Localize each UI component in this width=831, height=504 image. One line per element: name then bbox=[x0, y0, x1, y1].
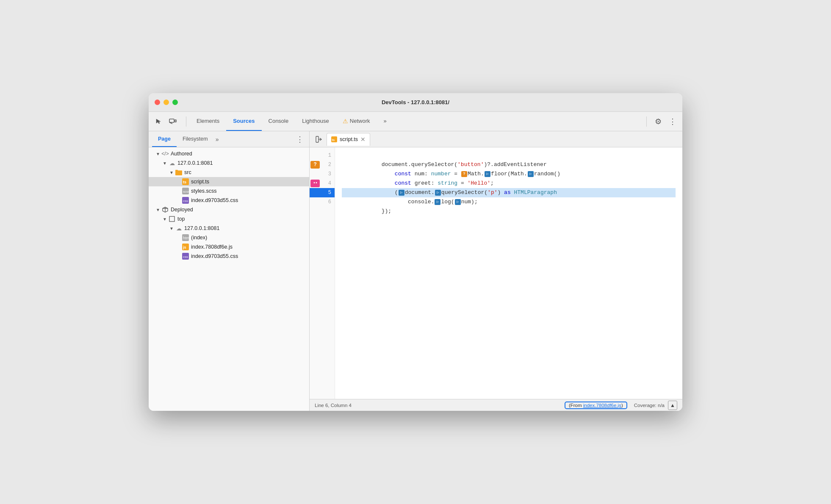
svg-rect-16 bbox=[316, 136, 319, 142]
svg-rect-9 bbox=[169, 216, 175, 222]
network-warning-icon: ⚠ bbox=[343, 118, 348, 125]
cloud-icon: ☁ bbox=[175, 225, 182, 232]
chevron-down-icon: ▼ bbox=[169, 226, 174, 231]
coverage-label: Coverage: n/a bbox=[634, 403, 665, 408]
close-button[interactable] bbox=[155, 100, 160, 105]
inspect-icon[interactable] bbox=[152, 115, 165, 128]
editor-tab-bar: ts script.ts ✕ bbox=[310, 131, 682, 147]
line-numbers: 1 ? 2 3 •• 4 5 bbox=[310, 147, 335, 399]
breakpoint-badge-2: ? bbox=[310, 161, 320, 169]
status-bar: Line 6, Column 4 (From index.7808df6e.js… bbox=[310, 399, 682, 411]
chevron-down-icon: ▼ bbox=[155, 207, 161, 212]
line-1: 1 bbox=[310, 151, 335, 160]
line-6: 6 bbox=[310, 197, 335, 207]
source-map-label: (From index.7808df6e.js) bbox=[565, 402, 627, 409]
editor-file-tab[interactable]: ts script.ts ✕ bbox=[327, 133, 370, 146]
editor-back-button[interactable] bbox=[313, 133, 325, 145]
tree-script-ts[interactable]: ▶ ts script.ts bbox=[149, 177, 309, 186]
coverage-button[interactable]: ▲ bbox=[668, 401, 677, 410]
toolbar-divider-right bbox=[646, 116, 647, 127]
svg-text:js: js bbox=[183, 245, 186, 249]
minimize-button[interactable] bbox=[163, 100, 169, 105]
tree-index-html[interactable]: ▶ htm (index) bbox=[149, 233, 309, 242]
svg-rect-0 bbox=[169, 119, 174, 122]
sidebar-menu-button[interactable]: ⋮ bbox=[294, 133, 306, 145]
html-file-icon: htm bbox=[182, 234, 189, 241]
svg-rect-1 bbox=[175, 120, 176, 122]
box-outline-icon bbox=[169, 216, 175, 222]
main-tab-list: Elements Sources Console Lighthouse ⚠ Ne… bbox=[190, 112, 643, 131]
tree-authored-css[interactable]: ▶ css index.d9703d55.css bbox=[149, 196, 309, 205]
svg-text:scss: scss bbox=[183, 190, 189, 194]
main-content: Page Filesystem » ⋮ ▼ </> Authored bbox=[149, 131, 682, 411]
line-2: ? 2 bbox=[310, 160, 335, 169]
editor-tab-close[interactable]: ✕ bbox=[360, 136, 366, 143]
sidebar-tab-list: Page Filesystem » ⋮ bbox=[149, 131, 309, 147]
code-line-1: document.querySelector('button')?.addEve… bbox=[342, 151, 676, 160]
chevron-down-icon: ▼ bbox=[155, 151, 161, 156]
sidebar-tab-page[interactable]: Page bbox=[152, 131, 177, 147]
window-title: DevTools - 127.0.0.1:8081/ bbox=[382, 99, 449, 105]
typescript-file-icon: ts bbox=[182, 178, 189, 185]
sidebar-tab-filesystem[interactable]: Filesystem bbox=[177, 131, 214, 147]
box-icon bbox=[162, 206, 169, 213]
file-tree-sidebar: Page Filesystem » ⋮ ▼ </> Authored bbox=[149, 131, 310, 411]
code-editor: ts script.ts ✕ 1 ? 2 3 bbox=[310, 131, 682, 411]
tree-authored-host[interactable]: ▼ ☁ 127.0.0.1:8081 bbox=[149, 158, 309, 168]
toolbar-icon-group bbox=[152, 115, 179, 128]
line-3: 3 bbox=[310, 169, 335, 179]
tab-elements[interactable]: Elements bbox=[190, 112, 226, 131]
cursor-position: Line 6, Column 4 bbox=[315, 403, 352, 408]
sidebar-tabs-more[interactable]: » bbox=[216, 136, 219, 143]
js-file-icon: js bbox=[182, 244, 189, 250]
line-5: 5 bbox=[310, 188, 335, 197]
chevron-down-icon: ▼ bbox=[162, 161, 167, 166]
css-file-icon-2: css bbox=[182, 253, 189, 260]
tree-deployed-top[interactable]: ▼ top bbox=[149, 214, 309, 224]
title-bar: DevTools - 127.0.0.1:8081/ bbox=[149, 93, 682, 112]
tab-lighthouse[interactable]: Lighthouse bbox=[295, 112, 336, 131]
breakpoint-badge-4: •• bbox=[310, 180, 320, 187]
toolbar-divider bbox=[186, 116, 186, 127]
source-map-link[interactable]: index.7808df6e.js bbox=[583, 403, 621, 408]
tree-styles-scss[interactable]: ▶ scss styles.scss bbox=[149, 186, 309, 196]
tree-deployed-css[interactable]: ▶ css index.d9703d55.css bbox=[149, 252, 309, 261]
line-4: •• 4 bbox=[310, 179, 335, 188]
tree-authored[interactable]: ▼ </> Authored bbox=[149, 149, 309, 158]
more-options-button[interactable]: ⋮ bbox=[666, 115, 679, 128]
code-content-area: 1 ? 2 3 •• 4 5 bbox=[310, 147, 682, 399]
svg-text:css: css bbox=[183, 255, 188, 259]
tab-sources[interactable]: Sources bbox=[226, 112, 261, 131]
traffic-lights bbox=[155, 100, 178, 105]
device-icon[interactable] bbox=[166, 115, 179, 128]
file-tree: ▼ </> Authored ▼ ☁ 127.0.0.1:8081 ▼ src bbox=[149, 147, 309, 411]
tab-network[interactable]: ⚠ Network bbox=[336, 112, 377, 131]
tree-deployed[interactable]: ▼ Deployed bbox=[149, 205, 309, 214]
toolbar-right: ⚙ ⋮ bbox=[643, 115, 679, 128]
cloud-icon: ☁ bbox=[169, 160, 175, 166]
tree-deployed-host[interactable]: ▼ ☁ 127.0.0.1:8081 bbox=[149, 224, 309, 233]
svg-text:htm: htm bbox=[183, 236, 189, 240]
svg-text:css: css bbox=[183, 199, 188, 203]
devtools-window: DevTools - 127.0.0.1:8081/ Elements bbox=[149, 93, 682, 411]
svg-text:ts: ts bbox=[183, 180, 186, 184]
tree-src-folder[interactable]: ▼ src bbox=[149, 168, 309, 177]
folder-icon bbox=[175, 169, 182, 176]
settings-button[interactable]: ⚙ bbox=[652, 115, 665, 128]
chevron-down-icon: ▼ bbox=[162, 216, 167, 222]
svg-text:ts: ts bbox=[332, 138, 335, 142]
code-text[interactable]: document.querySelector('button')?.addEve… bbox=[335, 147, 682, 399]
scss-file-icon: scss bbox=[182, 188, 189, 194]
maximize-button[interactable] bbox=[172, 100, 178, 105]
tab-console[interactable]: Console bbox=[262, 112, 296, 131]
tab-more[interactable]: » bbox=[377, 112, 393, 131]
tree-index-js[interactable]: ▶ js index.7808df6e.js bbox=[149, 242, 309, 252]
code-icon: </> bbox=[162, 150, 169, 157]
chevron-down-icon: ▼ bbox=[169, 170, 174, 175]
css-file-icon: css bbox=[182, 197, 189, 204]
main-toolbar: Elements Sources Console Lighthouse ⚠ Ne… bbox=[149, 112, 682, 131]
